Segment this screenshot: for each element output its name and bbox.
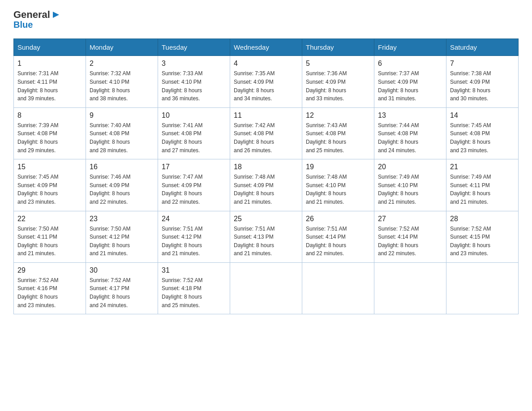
calendar-day-cell: 31 Sunrise: 7:52 AM Sunset: 4:18 PM Dayl…	[158, 262, 230, 314]
calendar-day-cell: 29 Sunrise: 7:52 AM Sunset: 4:16 PM Dayl…	[14, 262, 86, 314]
day-info: Sunrise: 7:52 AM Sunset: 4:17 PM Dayligh…	[90, 276, 154, 309]
daylight-label: Daylight: 8 hours	[306, 139, 346, 145]
daylight-label: Daylight: 8 hours	[17, 190, 58, 197]
daylight-minutes: and 21 minutes.	[306, 199, 344, 205]
calendar-day-cell	[302, 262, 374, 314]
sunrise-label: Sunrise: 7:49 AM	[378, 174, 419, 180]
calendar-day-cell: 27 Sunrise: 7:52 AM Sunset: 4:14 PM Dayl…	[374, 211, 446, 262]
day-info: Sunrise: 7:50 AM Sunset: 4:11 PM Dayligh…	[17, 225, 82, 258]
day-number: 12	[306, 111, 370, 120]
calendar-week-row: 29 Sunrise: 7:52 AM Sunset: 4:16 PM Dayl…	[14, 262, 519, 314]
calendar-day-cell	[446, 262, 519, 314]
daylight-label: Daylight: 8 hours	[378, 87, 418, 94]
sunrise-label: Sunrise: 7:50 AM	[90, 226, 130, 232]
sunrise-label: Sunrise: 7:52 AM	[90, 277, 130, 283]
day-number: 3	[162, 60, 226, 68]
daylight-label: Daylight: 8 hours	[17, 294, 58, 300]
sunset-label: Sunset: 4:14 PM	[306, 234, 346, 240]
sunset-label: Sunset: 4:09 PM	[90, 182, 129, 188]
calendar-day-cell: 10 Sunrise: 7:41 AM Sunset: 4:08 PM Dayl…	[158, 107, 230, 159]
sunrise-label: Sunrise: 7:47 AM	[162, 174, 202, 180]
daylight-minutes: and 21 minutes.	[234, 250, 272, 257]
day-info: Sunrise: 7:42 AM Sunset: 4:08 PM Dayligh…	[234, 121, 298, 154]
day-info: Sunrise: 7:44 AM Sunset: 4:08 PM Dayligh…	[378, 121, 442, 154]
daylight-minutes: and 38 minutes.	[90, 95, 128, 102]
sunset-label: Sunset: 4:09 PM	[234, 182, 274, 188]
day-info: Sunrise: 7:51 AM Sunset: 4:13 PM Dayligh…	[234, 225, 298, 258]
sunset-label: Sunset: 4:08 PM	[450, 130, 490, 137]
day-info: Sunrise: 7:52 AM Sunset: 4:18 PM Dayligh…	[162, 276, 226, 309]
daylight-minutes: and 21 minutes.	[234, 199, 272, 205]
day-number: 6	[378, 60, 442, 68]
day-info: Sunrise: 7:46 AM Sunset: 4:09 PM Dayligh…	[90, 173, 154, 206]
sunset-label: Sunset: 4:08 PM	[234, 130, 274, 137]
daylight-minutes: and 30 minutes.	[450, 95, 488, 102]
calendar-day-cell: 15 Sunrise: 7:45 AM Sunset: 4:09 PM Dayl…	[14, 159, 86, 211]
day-number: 27	[378, 215, 442, 223]
day-info: Sunrise: 7:43 AM Sunset: 4:08 PM Dayligh…	[306, 121, 370, 154]
daylight-label: Daylight: 8 hours	[450, 87, 490, 94]
daylight-minutes: and 22 minutes.	[378, 250, 416, 257]
daylight-label: Daylight: 8 hours	[162, 242, 202, 248]
sunset-label: Sunset: 4:10 PM	[306, 182, 346, 188]
day-number: 9	[90, 111, 154, 120]
day-info: Sunrise: 7:41 AM Sunset: 4:08 PM Dayligh…	[162, 121, 226, 154]
daylight-minutes: and 31 minutes.	[378, 95, 416, 102]
daylight-minutes: and 29 minutes.	[17, 147, 56, 154]
daylight-minutes: and 39 minutes.	[17, 95, 56, 102]
day-info: Sunrise: 7:50 AM Sunset: 4:12 PM Dayligh…	[90, 225, 154, 258]
day-number: 11	[234, 111, 298, 120]
sunset-label: Sunset: 4:08 PM	[306, 130, 346, 137]
weekday-header-sunday: Sunday	[14, 39, 86, 56]
sunrise-label: Sunrise: 7:50 AM	[17, 226, 58, 232]
calendar-day-cell: 3 Sunrise: 7:33 AM Sunset: 4:10 PM Dayli…	[158, 56, 230, 107]
calendar-day-cell: 16 Sunrise: 7:46 AM Sunset: 4:09 PM Dayl…	[86, 159, 158, 211]
day-number: 15	[17, 163, 82, 171]
sunset-label: Sunset: 4:08 PM	[378, 130, 418, 137]
sunrise-label: Sunrise: 7:41 AM	[162, 122, 202, 128]
calendar-day-cell: 26 Sunrise: 7:51 AM Sunset: 4:14 PM Dayl…	[302, 211, 374, 262]
daylight-minutes: and 25 minutes.	[306, 147, 344, 154]
sunset-label: Sunset: 4:18 PM	[162, 285, 202, 291]
sunset-label: Sunset: 4:08 PM	[90, 130, 129, 137]
daylight-minutes: and 21 minutes.	[162, 250, 200, 257]
daylight-label: Daylight: 8 hours	[378, 242, 418, 248]
calendar-day-cell: 2 Sunrise: 7:32 AM Sunset: 4:10 PM Dayli…	[86, 56, 158, 107]
sunrise-label: Sunrise: 7:48 AM	[306, 174, 347, 180]
calendar-day-cell: 20 Sunrise: 7:49 AM Sunset: 4:10 PM Dayl…	[374, 159, 446, 211]
daylight-minutes: and 36 minutes.	[162, 95, 200, 102]
calendar-day-cell: 30 Sunrise: 7:52 AM Sunset: 4:17 PM Dayl…	[86, 262, 158, 314]
calendar-week-row: 15 Sunrise: 7:45 AM Sunset: 4:09 PM Dayl…	[14, 159, 519, 211]
daylight-label: Daylight: 8 hours	[90, 139, 130, 145]
calendar-day-cell: 14 Sunrise: 7:45 AM Sunset: 4:08 PM Dayl…	[446, 107, 519, 159]
logo: General Blue	[13, 9, 61, 30]
calendar-day-cell: 18 Sunrise: 7:48 AM Sunset: 4:09 PM Dayl…	[230, 159, 302, 211]
daylight-minutes: and 33 minutes.	[306, 95, 344, 102]
daylight-label: Daylight: 8 hours	[450, 242, 490, 248]
day-number: 4	[234, 60, 298, 68]
daylight-minutes: and 23 minutes.	[450, 250, 488, 257]
sunset-label: Sunset: 4:09 PM	[450, 79, 490, 85]
sunset-label: Sunset: 4:11 PM	[450, 182, 490, 188]
sunset-label: Sunset: 4:16 PM	[17, 285, 57, 291]
day-number: 19	[306, 163, 370, 171]
calendar-week-row: 22 Sunrise: 7:50 AM Sunset: 4:11 PM Dayl…	[14, 211, 519, 262]
day-number: 1	[17, 60, 82, 68]
daylight-label: Daylight: 8 hours	[306, 87, 346, 94]
daylight-label: Daylight: 8 hours	[17, 139, 58, 145]
daylight-label: Daylight: 8 hours	[450, 139, 490, 145]
daylight-minutes: and 21 minutes.	[450, 199, 488, 205]
weekday-header-wednesday: Wednesday	[230, 39, 302, 56]
sunset-label: Sunset: 4:11 PM	[17, 79, 57, 85]
sunrise-label: Sunrise: 7:44 AM	[378, 122, 419, 128]
day-number: 31	[162, 266, 226, 274]
daylight-label: Daylight: 8 hours	[234, 87, 274, 94]
calendar-day-cell: 4 Sunrise: 7:35 AM Sunset: 4:09 PM Dayli…	[230, 56, 302, 107]
daylight-label: Daylight: 8 hours	[90, 294, 130, 300]
daylight-minutes: and 22 minutes.	[162, 199, 200, 205]
day-number: 16	[90, 163, 154, 171]
day-info: Sunrise: 7:51 AM Sunset: 4:14 PM Dayligh…	[306, 225, 370, 258]
sunset-label: Sunset: 4:09 PM	[162, 182, 202, 188]
calendar-day-cell	[374, 262, 446, 314]
calendar-day-cell: 9 Sunrise: 7:40 AM Sunset: 4:08 PM Dayli…	[86, 107, 158, 159]
